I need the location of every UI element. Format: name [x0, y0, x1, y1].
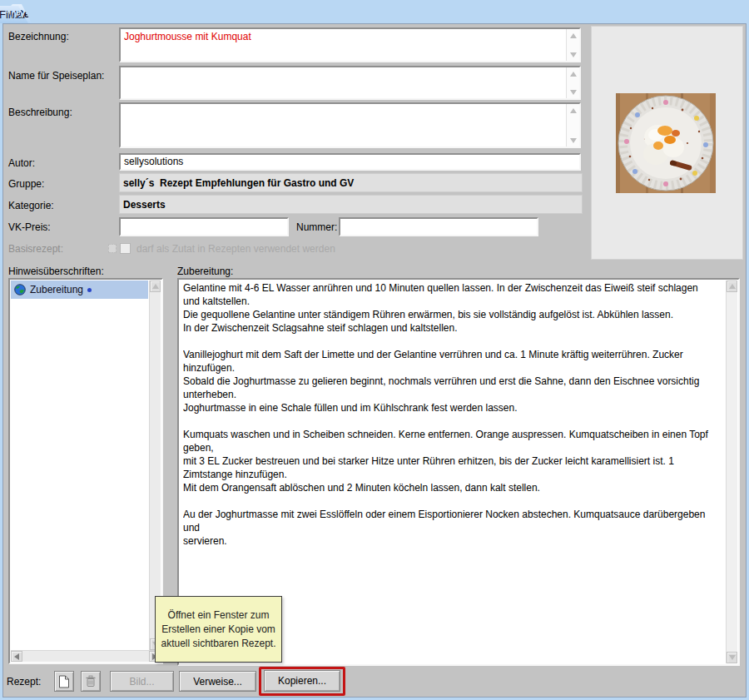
nummer-value: [344, 221, 533, 233]
scroll-down-icon[interactable]: [567, 135, 579, 146]
gruppe-label: Gruppe:: [8, 178, 44, 190]
textarea-vertical-scrollbar[interactable]: [726, 280, 737, 663]
list-item-zubereitung[interactable]: Zubereitung: [11, 280, 148, 299]
scroll-up-icon[interactable]: [727, 280, 737, 292]
list-vertical-scrollbar[interactable]: [149, 280, 161, 650]
basisrezept-checkbox-label: darf als Zutat in Rezepten verwendet wer…: [136, 243, 335, 255]
nummer-field[interactable]: [339, 217, 538, 236]
trash-icon: [85, 675, 97, 688]
basisrezept-focus-box: [108, 244, 117, 253]
kopieren-button[interactable]: Kopieren...: [264, 670, 340, 692]
scroll-up-icon[interactable]: [567, 105, 579, 116]
kopieren-tooltip: Öffnet ein Fenster zum Erstellen einer K…: [155, 596, 282, 663]
speiseplan-value: [124, 69, 564, 97]
bezeichnung-scrollbar[interactable]: [566, 29, 579, 61]
hinweis-list[interactable]: Zubereitung: [8, 278, 163, 664]
autor-value: sellysolutions: [124, 156, 576, 167]
scroll-down-icon[interactable]: [567, 87, 579, 97]
bild-button[interactable]: Bild...: [110, 671, 174, 692]
speiseplan-label: Name für Speiseplan:: [8, 70, 104, 82]
zubereitung-label: Zubereitung:: [177, 266, 233, 277]
scroll-up-icon[interactable]: [150, 280, 161, 292]
bezeichnung-field[interactable]: Joghurtmousse mit Kumquat: [119, 27, 581, 62]
list-item-label: Zubereitung: [30, 284, 83, 295]
autor-label: Autor:: [8, 157, 35, 169]
scroll-up-icon[interactable]: [567, 68, 579, 79]
scroll-down-icon[interactable]: [567, 49, 579, 60]
speiseplan-field[interactable]: [119, 66, 581, 100]
globe-icon: [14, 284, 26, 295]
new-recipe-button[interactable]: [54, 671, 74, 692]
beschreibung-field[interactable]: [119, 102, 581, 148]
beschreibung-label: Beschreibung:: [8, 107, 72, 118]
basisrezept-checkbox[interactable]: [120, 243, 131, 254]
vk-preis-field[interactable]: [119, 217, 289, 236]
modified-dot-icon: [87, 288, 92, 292]
vk-preis-label: VK-Preis:: [8, 221, 51, 233]
bezeichnung-label: Bezeichnung:: [8, 31, 69, 42]
scroll-left-icon[interactable]: [11, 651, 22, 662]
scroll-down-icon[interactable]: [727, 652, 737, 663]
speiseplan-scrollbar[interactable]: [566, 67, 579, 98]
gruppe-value: selly´s Rezept Empfehlungen für Gastro u…: [119, 173, 583, 192]
kategorie-label: Kategorie:: [8, 200, 54, 211]
footer-rezept-label: Rezept:: [7, 676, 41, 688]
nummer-label: Nummer:: [296, 221, 337, 233]
beschreibung-scrollbar[interactable]: [566, 104, 579, 146]
verweise-button[interactable]: Verweise...: [179, 671, 256, 692]
new-document-icon: [58, 675, 70, 688]
autor-field[interactable]: sellysolutions: [119, 153, 581, 171]
basisrezept-label: Basisrezept:: [8, 243, 63, 255]
kategorie-value: Desserts: [119, 195, 583, 214]
tab-bar: Rezept Zutaten Nährwerte Zusatzstoffe Al…: [0, 0, 749, 23]
scroll-up-icon[interactable]: [567, 30, 579, 41]
delete-recipe-button[interactable]: [81, 671, 101, 692]
list-horizontal-scrollbar[interactable]: [11, 650, 161, 662]
hinweis-label: Hinweisüberschriften:: [8, 266, 104, 277]
beschreibung-value: [124, 106, 564, 145]
bezeichnung-value: Joghurtmousse mit Kumquat: [124, 31, 564, 59]
vk-preis-value: [124, 221, 284, 233]
recipe-photo: [616, 93, 716, 193]
